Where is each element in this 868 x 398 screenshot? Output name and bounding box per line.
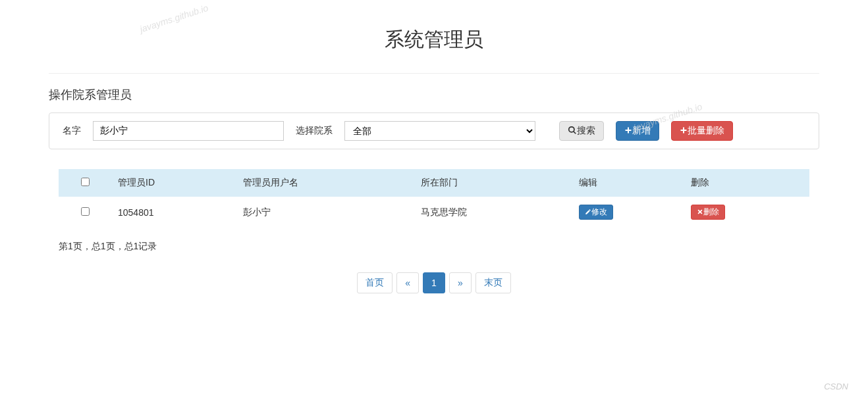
row-checkbox[interactable]	[81, 207, 90, 216]
cell-admin-id: 1054801	[111, 197, 236, 228]
header-department: 所在部门	[414, 169, 572, 197]
page-title: 系统管理员	[49, 0, 819, 73]
sub-title: 操作院系管理员	[49, 87, 819, 103]
search-icon	[568, 126, 577, 137]
edit-button[interactable]: 修改	[579, 205, 613, 220]
header-edit: 编辑	[572, 169, 684, 197]
pagination: 首页 « 1 » 末页	[49, 266, 819, 313]
add-button[interactable]: 新增	[616, 121, 659, 141]
plus-icon	[624, 126, 632, 136]
plus-icon	[680, 126, 688, 136]
edit-button-label: 修改	[591, 207, 607, 218]
page-info: 第1页，总1页，总1记录	[49, 241, 819, 266]
cell-username: 彭小宁	[236, 197, 414, 228]
name-label: 名字	[63, 125, 81, 137]
svg-line-1	[574, 131, 576, 134]
header-username: 管理员用户名	[236, 169, 414, 197]
page-first-button[interactable]: 首页	[357, 272, 393, 293]
pencil-icon	[585, 208, 591, 217]
search-button[interactable]: 搜索	[559, 121, 604, 141]
table-row: 1054801 彭小宁 马克思学院 修改	[59, 197, 809, 228]
header-admin-id: 管理员ID	[111, 169, 236, 197]
row-checkbox-cell	[59, 197, 111, 228]
svg-point-0	[569, 126, 574, 132]
cell-department: 马克思学院	[414, 197, 572, 228]
add-button-label: 新增	[632, 125, 651, 137]
select-all-checkbox[interactable]	[81, 178, 90, 186]
divider	[49, 73, 819, 74]
search-panel: 名字 选择院系 全部 搜索 新增 批量删除	[49, 112, 819, 149]
delete-button-label: 删除	[703, 207, 719, 218]
header-checkbox-cell	[59, 169, 111, 197]
page-number-button[interactable]: 1	[423, 272, 445, 293]
close-icon	[697, 208, 703, 217]
dept-label: 选择院系	[296, 125, 333, 137]
admin-table: 管理员ID 管理员用户名 所在部门 编辑 删除 1054801 彭小宁 马克思学…	[59, 169, 809, 228]
delete-button[interactable]: 删除	[691, 205, 725, 220]
bulk-delete-button-label: 批量删除	[688, 125, 724, 137]
bulk-delete-button[interactable]: 批量删除	[671, 121, 733, 141]
dept-select[interactable]: 全部	[344, 121, 535, 141]
cell-edit: 修改	[572, 197, 684, 228]
page-last-button[interactable]: 末页	[475, 272, 511, 293]
page-prev-button[interactable]: «	[396, 272, 419, 293]
search-button-label: 搜索	[577, 125, 595, 137]
page-next-button[interactable]: »	[449, 272, 472, 293]
table-header-row: 管理员ID 管理员用户名 所在部门 编辑 删除	[59, 169, 809, 197]
header-delete: 删除	[684, 169, 809, 197]
cell-delete: 删除	[684, 197, 809, 228]
name-input[interactable]	[93, 121, 284, 141]
